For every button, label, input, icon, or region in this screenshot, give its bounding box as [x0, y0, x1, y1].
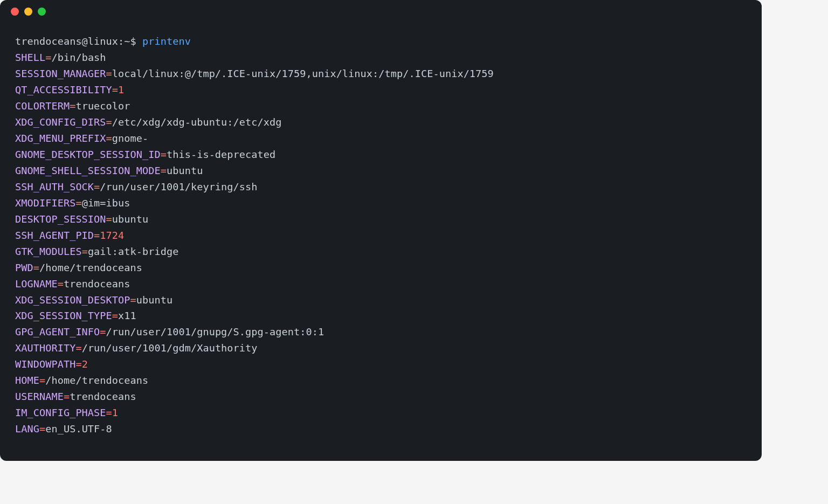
command-text: printenv — [142, 36, 191, 47]
env-value: trendoceans — [70, 391, 136, 402]
close-icon[interactable] — [11, 8, 19, 16]
env-value: trendoceans — [64, 278, 130, 289]
env-line: GNOME_DESKTOP_SESSION_ID=this-is-depreca… — [15, 147, 747, 163]
env-value: gail:atk-bridge — [88, 246, 179, 257]
env-line: LANG=en_US.UTF-8 — [15, 421, 747, 437]
env-key: HOME — [15, 375, 39, 386]
env-value: ubuntu — [136, 294, 172, 306]
env-line: GTK_MODULES=gail:atk-bridge — [15, 244, 747, 260]
equals-sign: = — [39, 423, 45, 434]
env-value: /run/user/1001/gnupg/S.gpg-agent:0:1 — [106, 326, 325, 337]
env-line: SSH_AUTH_SOCK=/run/user/1001/keyring/ssh — [15, 179, 747, 195]
equals-sign: = — [112, 84, 118, 95]
equals-sign: = — [94, 181, 100, 192]
env-key: XDG_MENU_PREFIX — [15, 133, 106, 144]
env-line: IM_CONFIG_PHASE=1 — [15, 405, 747, 421]
env-line: COLORTERM=truecolor — [15, 98, 747, 114]
env-value: 1 — [112, 407, 118, 418]
env-key: XAUTHORITY — [15, 342, 75, 354]
env-value: /bin/bash — [51, 52, 106, 63]
env-value: 1 — [118, 84, 124, 95]
env-value: 2 — [82, 358, 88, 370]
env-key: WINDOWPATH — [15, 358, 75, 370]
env-key: GNOME_SHELL_SESSION_MODE — [15, 165, 161, 176]
equals-sign: = — [130, 294, 136, 306]
env-key: SSH_AUTH_SOCK — [15, 181, 94, 192]
equals-sign: = — [106, 213, 112, 225]
terminal-body[interactable]: trendoceans@linux:~$ printenv SHELL=/bin… — [0, 23, 762, 448]
prompt-user-host: trendoceans@linux:~ — [15, 36, 130, 47]
env-key: GPG_AGENT_INFO — [15, 326, 100, 337]
env-key: USERNAME — [15, 391, 64, 402]
env-value: /run/user/1001/gdm/Xauthority — [82, 342, 258, 354]
equals-sign: = — [75, 197, 81, 209]
env-value: en_US.UTF-8 — [45, 423, 112, 434]
equals-sign: = — [161, 165, 167, 176]
env-line: XDG_SESSION_TYPE=x11 — [15, 308, 747, 324]
env-key: XDG_SESSION_DESKTOP — [15, 294, 130, 306]
env-line: SESSION_MANAGER=local/linux:@/tmp/.ICE-u… — [15, 66, 747, 82]
env-key: XDG_SESSION_TYPE — [15, 310, 112, 321]
env-key: GNOME_DESKTOP_SESSION_ID — [15, 149, 161, 160]
env-value: /home/trendoceans — [45, 375, 148, 386]
env-value: 1724 — [100, 230, 124, 241]
equals-sign: = — [106, 68, 112, 79]
equals-sign: = — [45, 52, 51, 63]
env-value: truecolor — [75, 100, 130, 112]
env-key: XDG_CONFIG_DIRS — [15, 116, 106, 128]
equals-sign: = — [70, 100, 75, 112]
env-key: QT_ACCESSIBILITY — [15, 84, 112, 95]
env-line: GNOME_SHELL_SESSION_MODE=ubuntu — [15, 163, 747, 179]
equals-sign: = — [58, 278, 64, 289]
env-line: HOME=/home/trendoceans — [15, 372, 747, 389]
env-key: PWD — [15, 262, 33, 273]
env-line: USERNAME=trendoceans — [15, 389, 747, 405]
env-line: DESKTOP_SESSION=ubuntu — [15, 211, 747, 227]
env-value: x11 — [118, 310, 136, 321]
env-line: GPG_AGENT_INFO=/run/user/1001/gnupg/S.gp… — [15, 324, 747, 340]
env-key: LOGNAME — [15, 278, 58, 289]
env-key: COLORTERM — [15, 100, 70, 112]
env-line: XDG_SESSION_DESKTOP=ubuntu — [15, 292, 747, 308]
env-key: GTK_MODULES — [15, 246, 82, 257]
equals-sign: = — [106, 133, 112, 144]
equals-sign: = — [39, 375, 45, 386]
env-output: SHELL=/bin/bashSESSION_MANAGER=local/lin… — [15, 50, 747, 437]
equals-sign: = — [161, 149, 167, 160]
env-line: LOGNAME=trendoceans — [15, 276, 747, 292]
equals-sign: = — [106, 116, 112, 128]
env-line: WINDOWPATH=2 — [15, 356, 747, 372]
equals-sign: = — [82, 246, 88, 257]
window-titlebar — [0, 0, 762, 23]
env-line: XAUTHORITY=/run/user/1001/gdm/Xauthority — [15, 340, 747, 356]
env-key: IM_CONFIG_PHASE — [15, 407, 106, 418]
maximize-icon[interactable] — [38, 8, 46, 16]
env-key: LANG — [15, 423, 39, 434]
minimize-icon[interactable] — [24, 8, 32, 16]
terminal-window: trendoceans@linux:~$ printenv SHELL=/bin… — [0, 0, 762, 461]
env-value: local/linux:@/tmp/.ICE-unix/1759,unix/li… — [112, 68, 494, 79]
env-key: SESSION_MANAGER — [15, 68, 106, 79]
prompt-dollar: $ — [130, 36, 136, 47]
env-value: /home/trendoceans — [39, 262, 142, 273]
env-value: ubuntu — [167, 165, 203, 176]
equals-sign: = — [75, 342, 81, 354]
equals-sign: = — [106, 407, 112, 418]
equals-sign: = — [94, 230, 100, 241]
equals-sign: = — [112, 310, 118, 321]
env-key: DESKTOP_SESSION — [15, 213, 106, 225]
env-line: SSH_AGENT_PID=1724 — [15, 227, 747, 244]
env-line: XDG_CONFIG_DIRS=/etc/xdg/xdg-ubuntu:/etc… — [15, 114, 747, 130]
equals-sign: = — [33, 262, 39, 273]
env-key: SHELL — [15, 52, 45, 63]
equals-sign: = — [64, 391, 70, 402]
prompt-line: trendoceans@linux:~$ printenv — [15, 33, 747, 50]
env-value: this-is-deprecated — [167, 149, 275, 160]
equals-sign: = — [100, 326, 106, 337]
env-line: XDG_MENU_PREFIX=gnome- — [15, 130, 747, 147]
env-key: XMODIFIERS — [15, 197, 75, 209]
env-line: PWD=/home/trendoceans — [15, 260, 747, 276]
equals-sign: = — [75, 358, 81, 370]
env-line: SHELL=/bin/bash — [15, 50, 747, 66]
env-value: @im=ibus — [82, 197, 130, 209]
